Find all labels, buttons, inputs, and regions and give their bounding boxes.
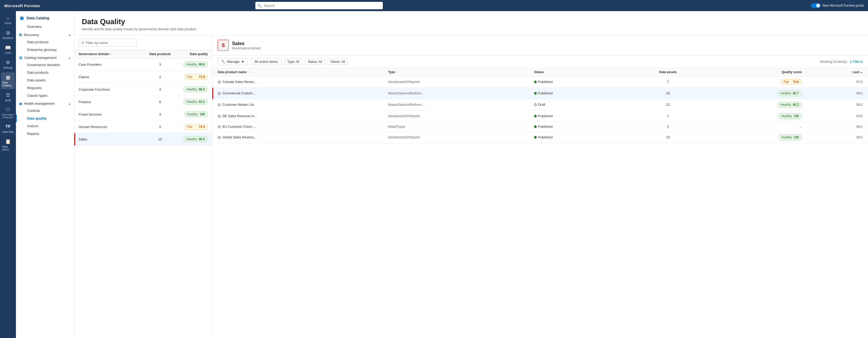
product-icon: ⊞ xyxy=(218,135,221,139)
action-items-button[interactable]: 86 action items xyxy=(251,58,282,65)
filter-placeholder: Filter by name xyxy=(86,41,108,45)
sidebar-item-solutions[interactable]: ⊞ Solutions xyxy=(1,28,15,42)
main-content: Data Quality Identify and fix data quali… xyxy=(74,11,868,338)
type-filter[interactable]: Type: All xyxy=(284,59,302,65)
table-row-selected[interactable]: Sales 15 Healthy 90.5 xyxy=(74,133,212,145)
score-cell: Healthy 100 xyxy=(705,134,802,140)
page-subtitle: Identify and fix data quality issues by … xyxy=(82,27,861,31)
nav-overview[interactable]: Overview xyxy=(16,23,74,31)
nav-classic-types[interactable]: Classic types xyxy=(16,92,74,99)
detail-row[interactable]: ⊞ EU Customer Churn ... ModelTypes Publi… xyxy=(212,122,868,132)
detail-row-selected[interactable]: ⊞ Commercial Custom... MasterDataAndRefe… xyxy=(212,88,868,99)
detail-domain-name: Sales xyxy=(232,41,261,46)
app-brand: Microsoft Purview xyxy=(4,3,40,8)
col-domain-header[interactable]: Governance domain ↑ xyxy=(79,52,147,56)
icon-sidebar: ⌂ Home ⊞ Solutions 📖 Learn ⚙ Settings ▦ … xyxy=(0,11,16,338)
product-name-text: Global Sales Revenu... xyxy=(222,135,256,139)
sidebar-item-data-catalog[interactable]: ▦ Data Catalog xyxy=(1,72,15,89)
assets-cell: 13 xyxy=(631,135,705,139)
nav-enterprise-glossary[interactable]: Enterprise glossary xyxy=(16,46,74,54)
nav-requests[interactable]: Requests xyxy=(16,84,74,92)
nav-category-discovery[interactable]: ⧉ Discovery ▲ xyxy=(16,31,74,38)
detail-row[interactable]: ⊞ Canada Sales Reven... DashboardsOrRepo… xyxy=(212,76,868,88)
catalog-nav-header[interactable]: ▦ Data Catalog xyxy=(16,13,74,23)
filter-button[interactable]: ⧖ Filter b xyxy=(850,60,863,64)
nav-category-health-mgmt[interactable]: ◈ Health management ▲ xyxy=(16,99,74,107)
col-type-header[interactable]: Type xyxy=(388,70,534,74)
nav-category-catalog-mgmt[interactable]: ⊟ Catalog management ▲ xyxy=(16,54,74,61)
table-row[interactable]: Claims 2 Fair 73.9 xyxy=(74,71,212,83)
badge-fair: Fair 74.3 xyxy=(184,124,208,130)
sidebar-item-audit[interactable]: ☰ Audit xyxy=(1,90,15,104)
table-row[interactable]: Corporate Functions 4 Healthy 86.5 xyxy=(74,83,212,96)
status-filter[interactable]: Status: All xyxy=(305,59,325,65)
sidebar-item-settings[interactable]: ⚙ Settings xyxy=(1,58,15,71)
page-header: Data Quality Identify and fix data quali… xyxy=(74,11,868,36)
product-name: ⊞ Canada Sales Reven... xyxy=(218,80,388,84)
domain-table-panel: ⧖ Filter by name Governance domain ↑ Dat… xyxy=(74,36,212,338)
domain-table-header: Governance domain ↑ Data products Data q… xyxy=(74,50,212,58)
sidebar-item-data-map[interactable]: 🗺 Data Map xyxy=(1,122,15,135)
table-row[interactable]: Finance 6 Healthy 93.2 xyxy=(74,96,212,108)
products-count: 3 xyxy=(147,112,173,116)
nav-actions[interactable]: Actions xyxy=(16,122,74,130)
status-text: Published xyxy=(538,125,553,129)
col-score-header[interactable]: Quality score xyxy=(705,70,802,74)
nav-data-products-mgmt[interactable]: Data products xyxy=(16,69,74,76)
nav-data-quality[interactable]: Data quality xyxy=(16,114,74,122)
nav-reports[interactable]: Reports xyxy=(16,130,74,138)
sidebar-item-home[interactable]: ⌂ Home xyxy=(1,13,15,27)
last-cell: 08/2 xyxy=(802,135,863,139)
status-cell: Published xyxy=(534,114,631,118)
table-row[interactable]: Care Providers 3 Healthy 89.6 xyxy=(74,58,212,71)
assets-cell: 1 xyxy=(631,114,705,118)
status-dot-published xyxy=(534,115,537,117)
col-assets-header[interactable]: Data assets xyxy=(631,70,705,74)
learn-label: Learn xyxy=(4,52,11,54)
col-status-header[interactable]: Status xyxy=(534,70,631,74)
col-last-header[interactable]: Last ▲ xyxy=(802,70,863,74)
nav-data-products[interactable]: Data products xyxy=(16,38,74,46)
search-bar[interactable]: 🔍 xyxy=(255,2,383,9)
status-cell: Draft xyxy=(534,103,631,107)
table-row[interactable]: Human Resources 5 Fair 74.3 xyxy=(74,121,212,133)
detail-row[interactable]: ⊞ Customer Master List MasterDataAndRefe… xyxy=(212,99,868,110)
status-dot-draft xyxy=(534,103,537,106)
manage-chevron: ▼ xyxy=(241,60,245,64)
table-row[interactable]: Fraud Services 3 Healthy 100 xyxy=(74,108,212,121)
portal-toggle[interactable] xyxy=(811,3,820,8)
nav-governance-domains[interactable]: Governance domains xyxy=(16,61,74,69)
owner-filter[interactable]: Owner: All xyxy=(328,59,348,65)
sidebar-item-info-protection[interactable]: 🛡 Information Protection xyxy=(1,105,15,121)
product-name: ⊞ Commercial Custom... xyxy=(218,91,388,95)
last-cell: 07/2 xyxy=(802,80,863,84)
sidebar-item-data-policy[interactable]: 📋 Data policy xyxy=(1,137,15,153)
badge-healthy: Healthy 92.7 xyxy=(777,91,802,96)
col-quality-header[interactable]: Data quality xyxy=(173,52,208,56)
nav-controls[interactable]: Controls xyxy=(16,107,74,114)
product-name-text: Customer Master List xyxy=(222,103,254,107)
search-input[interactable] xyxy=(255,2,383,9)
search-icon: 🔍 xyxy=(257,4,262,8)
product-name: ⊞ DE Sales Revenue In... xyxy=(218,114,388,118)
domain-name: Sales xyxy=(79,137,147,141)
catalog-mgmt-chevron: ▲ xyxy=(68,57,71,59)
products-count: 6 xyxy=(147,100,173,104)
product-name: ⊞ EU Customer Churn ... xyxy=(218,125,388,129)
catalog-nav-icon: ▦ xyxy=(19,15,24,21)
manage-label: Manage xyxy=(227,60,240,64)
type-cell: DashboardsOrReports xyxy=(388,135,534,139)
filter-input[interactable]: ⧖ Filter by name xyxy=(79,39,137,47)
badge-healthy: Healthy 100 xyxy=(184,111,208,117)
manage-button[interactable]: 🔧 Manage ▼ xyxy=(218,58,248,65)
col-products-header[interactable]: Data products xyxy=(147,52,173,56)
sidebar-item-learn[interactable]: 📖 Learn xyxy=(1,43,15,57)
status-dot-published xyxy=(534,92,537,95)
detail-row[interactable]: ⊞ Global Sales Revenu... DashboardsOrRep… xyxy=(212,132,868,143)
nav-data-assets[interactable]: Data assets xyxy=(16,76,74,84)
last-cell: 03/2 xyxy=(802,114,863,118)
top-nav: Microsoft Purview 🔍 New Microsoft Purvie… xyxy=(0,0,868,11)
status-dot-published xyxy=(534,136,537,139)
col-name-header[interactable]: Data product name ↑ xyxy=(218,70,388,74)
detail-row[interactable]: ⊞ DE Sales Revenue In... DashboardsOrRep… xyxy=(212,110,868,122)
